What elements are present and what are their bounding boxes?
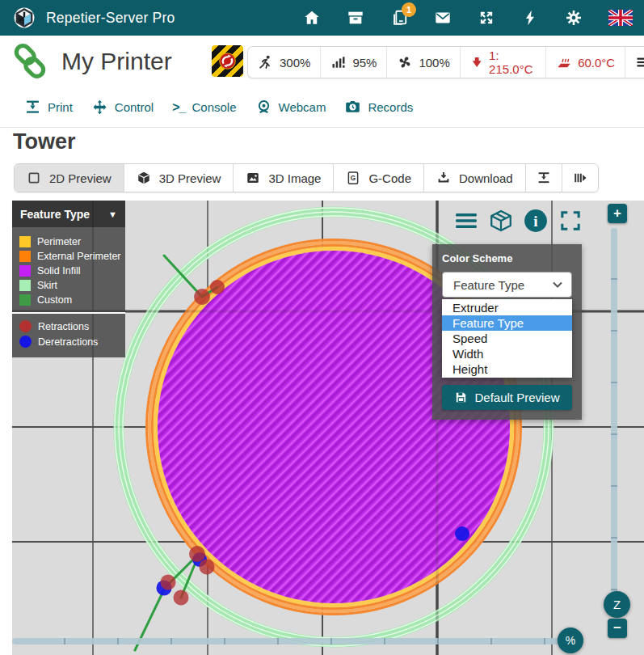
download-icon [436, 171, 451, 185]
legend-item-skirt: Skirt [12, 278, 125, 293]
color-swatch [19, 265, 31, 277]
move-arrows-icon [91, 99, 108, 116]
preview-toolbar: i [454, 209, 583, 233]
legend-header[interactable]: Feature Type ▼ [12, 201, 125, 227]
legend-label: Custom [37, 294, 72, 306]
uk-flag-icon[interactable] [608, 10, 633, 26]
tab-print[interactable]: Print [24, 99, 73, 116]
view-gcode-button[interactable]: G G-Code [333, 164, 423, 192]
legend-title: Feature Type [20, 208, 90, 221]
deretraction-marker [19, 336, 32, 348]
bolt-icon[interactable] [521, 9, 539, 27]
heated-bed-icon [556, 54, 572, 70]
flow-stat[interactable]: 95% [320, 47, 386, 78]
color-scheme-panel: Color Scheme Feature Type Extruder Featu… [432, 244, 582, 420]
option-speed[interactable]: Speed [442, 331, 572, 346]
expand-icon[interactable] [478, 9, 495, 27]
printer-stats: 300% 95% 100% 1: 215.0°C 60.0°C [247, 46, 644, 78]
z-layer-button[interactable]: Z [604, 591, 630, 618]
retraction-marker [19, 320, 32, 332]
view-2d-preview-button[interactable]: 2D Preview [15, 164, 124, 192]
legend-item-retractions: Retractions [12, 319, 125, 334]
preview-canvas[interactable]: Feature Type ▼ Perimeter External Perime… [12, 201, 644, 655]
option-height[interactable]: Height [442, 361, 572, 377]
view-3d-preview-button[interactable]: 3D Preview [124, 164, 234, 192]
legend-label: External Perimeter [37, 251, 121, 262]
fan-icon [397, 54, 413, 70]
tab-webcam[interactable]: Webcam [255, 99, 326, 116]
feature-legend: Feature Type ▼ Perimeter External Perime… [12, 201, 125, 357]
repetier-logo-icon[interactable] [11, 5, 37, 31]
svg-text:G: G [351, 175, 356, 182]
tab-control[interactable]: Control [91, 99, 154, 116]
color-swatch [19, 236, 31, 247]
download-button[interactable]: Download [423, 164, 525, 192]
color-scheme-select[interactable]: Feature Type [442, 272, 572, 298]
legend-item-custom: Custom [12, 293, 125, 307]
tab-records[interactable]: Records [344, 99, 413, 116]
vertical-slider[interactable] [611, 228, 617, 615]
bed-temp-value: 60.0°C [578, 56, 615, 70]
legend-item-deretractions: Deretractions [12, 334, 125, 349]
selected-option: Feature Type [453, 278, 524, 292]
link-icon [11, 43, 48, 80]
queue-play-icon [573, 171, 587, 185]
flow-value: 95% [352, 56, 377, 70]
tab-label: Print [48, 100, 73, 114]
legend-label: Retractions [38, 321, 89, 332]
chevron-down-icon [552, 281, 563, 289]
printer-header: My Printer 300% 95% [0, 36, 644, 88]
view-label: 3D Image [268, 171, 321, 185]
runner-icon [258, 54, 274, 70]
tab-label: Console [192, 100, 236, 114]
option-feature-type[interactable]: Feature Type [442, 315, 572, 331]
info-icon[interactable]: i [524, 209, 548, 233]
legend-item-solid-infill: Solid Infill [12, 264, 125, 278]
app-title: Repetier-Server Pro [46, 10, 175, 27]
bed-temp-stat[interactable]: 60.0°C [545, 47, 625, 78]
continue-print-button[interactable] [562, 164, 598, 192]
default-preview-label: Default Preview [474, 391, 559, 404]
gear-icon[interactable] [565, 9, 583, 27]
chevron-down-icon: ▼ [108, 209, 117, 219]
emergency-stop-button[interactable] [212, 45, 243, 77]
layer-3d-icon[interactable] [489, 209, 513, 233]
percent-button[interactable]: % [558, 628, 583, 653]
extruder-temp-stat[interactable]: 1: 215.0°C [460, 47, 545, 78]
tab-label: Control [115, 100, 154, 114]
view-3d-image-button[interactable]: 3D Image [233, 164, 333, 192]
flow-bars-icon [330, 54, 347, 70]
tab-console[interactable]: >_ Console [172, 100, 236, 115]
console-icon: >_ [172, 100, 185, 115]
mail-icon[interactable] [434, 9, 452, 27]
legend-body: Perimeter External Perimeter Solid Infil… [12, 227, 125, 357]
extruder-temp-value: 1: 215.0°C [489, 49, 536, 76]
send-to-printer-button[interactable] [525, 164, 562, 192]
color-swatch [19, 294, 31, 306]
pages-icon[interactable]: 1 [390, 9, 408, 27]
printer-menu-button[interactable] [625, 47, 644, 78]
color-swatch [19, 280, 31, 291]
horizontal-slider[interactable] [12, 638, 583, 644]
fullscreen-icon[interactable] [558, 209, 583, 233]
default-preview-button[interactable]: Default Preview [442, 385, 572, 410]
speed-stat[interactable]: 300% [248, 47, 320, 78]
records-camera-icon [344, 99, 361, 116]
option-width[interactable]: Width [442, 346, 572, 361]
view-mode-buttons: 2D Preview 3D Preview 3D Image G G-Code … [14, 163, 599, 192]
repetier-server-app: Repetier-Server Pro 1 [0, 0, 644, 655]
zoom-out-button[interactable]: − [608, 619, 627, 638]
zoom-in-button[interactable]: + [608, 204, 627, 223]
view-label: G-Code [368, 171, 411, 185]
fan-stat[interactable]: 100% [386, 47, 459, 78]
webcam-icon [255, 99, 272, 116]
printer-icon [537, 171, 551, 185]
gcode-file-icon: G [346, 171, 360, 185]
legend-label: Perimeter [37, 236, 81, 247]
archive-icon[interactable] [347, 9, 364, 27]
home-icon[interactable] [303, 9, 321, 27]
view-label: 3D Preview [159, 171, 221, 185]
preview-menu-icon[interactable] [454, 209, 478, 233]
printer-tabs: Print Control >_ Console Webcam Records [0, 87, 644, 128]
option-extruder[interactable]: Extruder [442, 300, 572, 315]
